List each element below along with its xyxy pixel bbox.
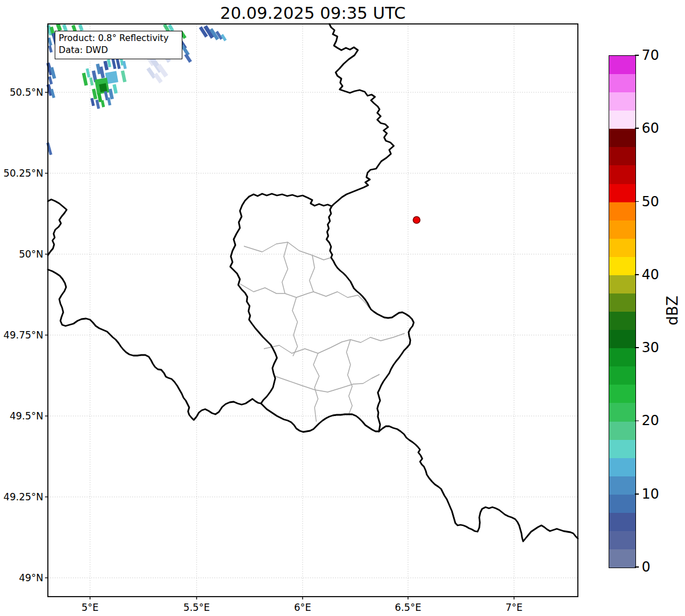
radar-echo-cell (146, 67, 156, 79)
radar-echo-cell (101, 100, 105, 108)
country-border-france-belgium-a (48, 199, 67, 255)
radar-echo-cell (121, 71, 127, 83)
product-info-line: Product: 0.8° Reflectivity (59, 32, 180, 44)
radar-echo-cell (99, 83, 107, 92)
country-border-lux-south (261, 403, 379, 432)
radar-echo-cell (56, 23, 62, 31)
radar-echo-cell (116, 59, 121, 70)
colorbar-band (609, 202, 635, 221)
canton-border (244, 242, 331, 260)
colorbar-band (609, 495, 635, 513)
colorbar-band (609, 239, 635, 257)
country-border-france-germany (379, 426, 578, 541)
colorbar-band (609, 275, 635, 293)
colorbar-band (609, 165, 635, 183)
data-source-line: Data: DWD (59, 44, 180, 56)
colorbar-tick-mark (635, 347, 639, 348)
figure-title: 20.09.2025 09:35 UTC (48, 3, 578, 23)
country-border-lux-north (249, 194, 332, 206)
colorbar-tick-label: 20 (642, 413, 659, 429)
country-border-belgium-germany (329, 24, 394, 206)
colorbar-band (609, 531, 635, 549)
colorbar-band (609, 56, 635, 74)
canton-border (292, 297, 297, 356)
x-axis-tick-label: 5.5°E (184, 602, 210, 613)
colorbar-axis-label: dBZ (664, 296, 681, 325)
canton-border (313, 353, 319, 422)
colorbar-band (609, 440, 635, 458)
country-border-france-belgium-b (48, 270, 261, 420)
colorbar-band (609, 348, 635, 366)
product-info-box: Product: 0.8° Reflectivity Data: DWD (55, 31, 182, 59)
radar-echo-cell (112, 84, 117, 94)
colorbar-tick-mark (635, 55, 639, 56)
country-border-lux-west (230, 197, 277, 403)
colorbar-band (609, 330, 635, 348)
y-axis-tick-label: 50°N (1, 248, 43, 260)
colorbar-band (609, 111, 635, 129)
colorbar-band (609, 129, 635, 147)
colorbar-tick-label: 30 (642, 340, 659, 356)
canton-border (240, 284, 369, 308)
colorbar-band (609, 458, 635, 476)
canton-border (309, 255, 315, 292)
radar-echo-cell (46, 142, 52, 156)
y-axis-tick-label: 49.25°N (1, 491, 43, 503)
radar-echo-cell (48, 76, 52, 85)
radar-echo-cell (153, 73, 162, 84)
y-axis-tick-label: 50.5°N (1, 87, 43, 98)
radar-echo-cell (85, 68, 90, 78)
colorbar-band (609, 184, 635, 202)
colorbar-band (609, 422, 635, 440)
colorbar-band (609, 385, 635, 403)
colorbar-tick-mark (635, 128, 639, 129)
y-axis-tick-label: 50.25°N (1, 168, 43, 179)
x-axis-tick-label: 5°E (81, 602, 99, 613)
y-axis-tick-label: 49.75°N (1, 329, 43, 341)
x-axis-tick-label: 6.5°E (395, 602, 421, 613)
colorbar-tick-label: 0 (642, 559, 650, 575)
colorbar-tick-mark (635, 201, 639, 202)
colorbar-tick-label: 50 (642, 194, 659, 210)
colorbar-band (609, 293, 635, 312)
colorbar-band (609, 257, 635, 275)
colorbar-band (609, 312, 635, 330)
x-axis-tick-label: 7°E (505, 602, 523, 613)
colorbar-band (609, 74, 635, 92)
map-frame (48, 24, 578, 597)
colorbar-band (609, 476, 635, 495)
radar-figure: 20.09.2025 09:35 UTC Product: 0.8° Refle… (0, 0, 685, 616)
canton-border (282, 242, 288, 293)
colorbar-band (609, 147, 635, 165)
colorbar-tick-mark (635, 493, 639, 495)
y-axis-tick-label: 49.5°N (1, 410, 43, 422)
colorbar-tick-label: 10 (642, 486, 659, 502)
country-border-lux-east (327, 206, 414, 431)
canton-border (264, 333, 405, 353)
colorbar-band (609, 549, 635, 568)
colorbar-band (609, 221, 635, 239)
colorbar-band (609, 92, 635, 111)
colorbar (609, 55, 636, 568)
colorbar-tick-label: 40 (642, 267, 659, 283)
radar-echo-cell (78, 24, 83, 31)
radar-site-marker (413, 217, 420, 223)
colorbar-band (609, 403, 635, 421)
colorbar-tick-label: 70 (642, 47, 659, 63)
colorbar-tick-label: 60 (642, 120, 659, 136)
colorbar-band (609, 366, 635, 385)
colorbar-tick-mark (635, 566, 639, 568)
colorbar-tick-mark (635, 421, 639, 422)
radar-echo-cell (48, 46, 53, 53)
colorbar-band (609, 513, 635, 531)
canton-border (275, 374, 380, 392)
x-axis-tick-label: 6°E (294, 602, 311, 613)
canton-border (346, 340, 352, 414)
map-canvas (0, 0, 685, 616)
y-axis-tick-label: 49°N (1, 572, 43, 584)
colorbar-tick-mark (635, 274, 639, 275)
